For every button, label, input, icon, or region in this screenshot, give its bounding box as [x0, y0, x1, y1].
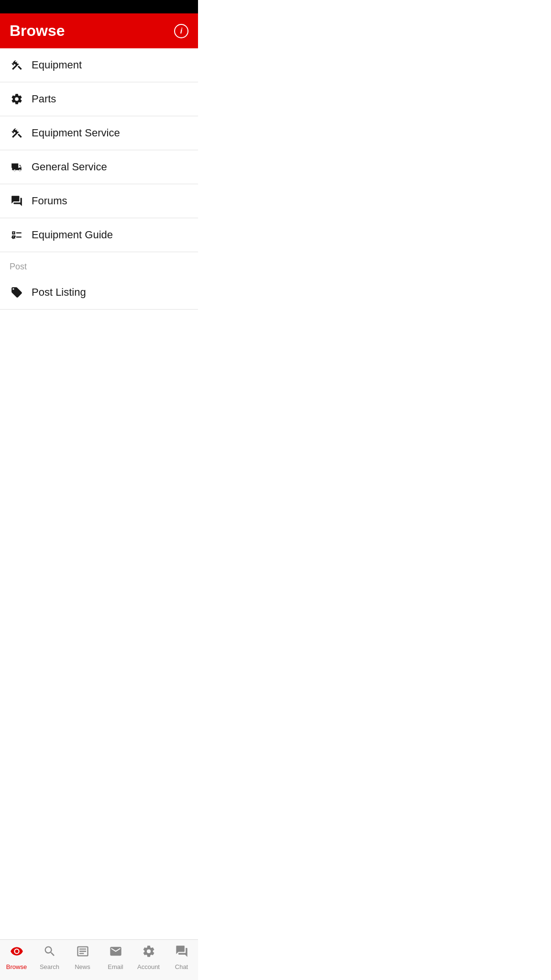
menu-item-forums[interactable]: Forums: [0, 184, 198, 218]
equipment-guide-label: Equipment Guide: [32, 229, 113, 241]
equipment-service-label: Equipment Service: [32, 127, 120, 139]
gear-icon: [10, 93, 24, 105]
equipment-label: Equipment: [32, 59, 82, 71]
header: Browse i: [0, 13, 198, 48]
status-bar: [0, 0, 198, 13]
parts-label: Parts: [32, 93, 56, 105]
info-button[interactable]: i: [174, 24, 188, 38]
menu-item-equipment-service[interactable]: Equipment Service: [0, 116, 198, 150]
general-service-label: General Service: [32, 161, 107, 173]
post-section-header: Post: [0, 252, 198, 276]
list-icon: [10, 229, 24, 241]
wrench-small-icon: [10, 127, 24, 139]
chat-bubble-icon: [10, 195, 24, 207]
menu-list: Equipment Parts Equipment Service: [0, 48, 198, 252]
menu-item-general-service[interactable]: General Service: [0, 150, 198, 184]
page-title: Browse: [10, 22, 65, 40]
menu-item-parts[interactable]: Parts: [0, 82, 198, 116]
tag-icon: [10, 286, 24, 299]
menu-item-equipment[interactable]: Equipment: [0, 48, 198, 82]
forums-label: Forums: [32, 195, 67, 207]
menu-item-equipment-guide[interactable]: Equipment Guide: [0, 218, 198, 252]
post-menu-list: Post Listing: [0, 276, 198, 310]
wrench-icon: [10, 59, 24, 71]
truck-icon: [10, 161, 24, 173]
post-listing-label: Post Listing: [32, 286, 86, 299]
menu-item-post-listing[interactable]: Post Listing: [0, 276, 198, 310]
content-area: Equipment Parts Equipment Service: [0, 48, 198, 357]
